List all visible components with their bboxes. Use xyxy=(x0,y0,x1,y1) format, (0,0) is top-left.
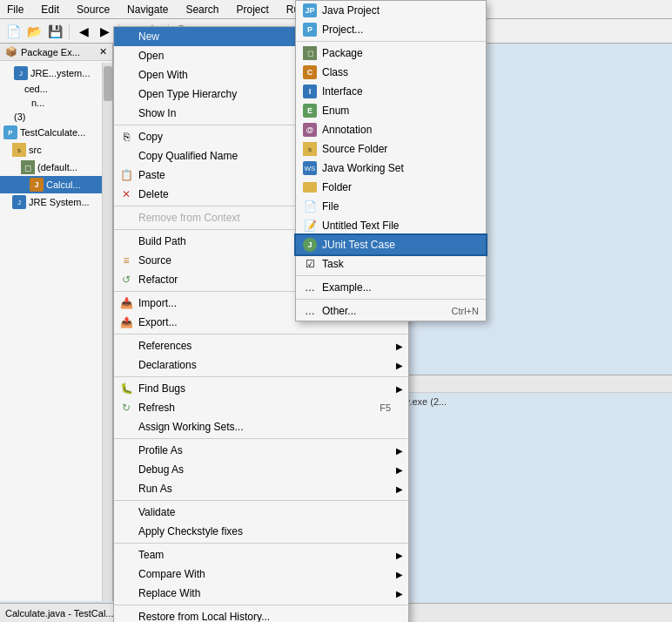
find-bugs-label: Find Bugs xyxy=(138,382,185,395)
submenu-new-project[interactable]: P Project... xyxy=(296,20,486,39)
folder-icon-new xyxy=(303,180,317,194)
example-label: Example... xyxy=(322,281,372,294)
tree-item-label: JRE System... xyxy=(29,197,90,207)
toolbar-new-btn[interactable]: 📄 xyxy=(3,22,23,41)
submenu-new-enum[interactable]: E Enum xyxy=(296,101,486,120)
submenu-new-package[interactable]: ◻ Package xyxy=(296,44,486,63)
package-icon-new: ◻ xyxy=(303,46,317,60)
submenu-new-source-folder[interactable]: s Source Folder xyxy=(296,139,486,159)
enum-icon: E xyxy=(303,104,317,118)
menu-navigate[interactable]: Navigate xyxy=(124,2,171,17)
submenu-new-folder[interactable]: Folder xyxy=(296,178,486,197)
remove-context-label: Remove from Context xyxy=(138,212,240,224)
other-label: Other... xyxy=(322,305,356,317)
context-menu-team[interactable]: Team xyxy=(114,545,408,565)
context-menu-checkstyle[interactable]: Apply Checkstyle fixes xyxy=(114,522,408,541)
assign-working-sets-label: Assign Working Sets... xyxy=(138,421,244,433)
tree-item-count[interactable]: (3) xyxy=(0,110,112,124)
refresh-shortcut: F5 xyxy=(353,402,391,413)
toolbar-back-btn[interactable]: ◀ xyxy=(74,22,93,41)
annotation-label: Annotation xyxy=(322,124,372,136)
jre-icon: J xyxy=(14,66,28,80)
tree-item-label: n... xyxy=(31,98,44,108)
package-explorer-header: 📦 Package Ex... ✕ xyxy=(0,44,112,61)
menu-project[interactable]: Project xyxy=(232,2,272,17)
tree-item-jre-system2[interactable]: J JRE System... xyxy=(0,193,112,211)
submenu-new-other[interactable]: … Other... Ctrl+N xyxy=(296,301,486,321)
submenu-new-java-working-set[interactable]: WS Java Working Set xyxy=(296,159,486,178)
tree-item-ced[interactable]: ced... xyxy=(0,82,112,96)
build-path-label: Build Path xyxy=(138,235,186,247)
toolbar-save-btn[interactable]: 💾 xyxy=(45,22,64,41)
submenu-sep3 xyxy=(296,299,486,300)
example-icon: … xyxy=(303,281,317,294)
refactor-label: Refactor xyxy=(138,274,178,286)
interface-label: Interface xyxy=(322,85,363,98)
context-menu-declarations[interactable]: Declarations xyxy=(114,355,408,375)
scrollbar-thumb[interactable] xyxy=(104,66,112,101)
toolbar-open-btn[interactable]: 📂 xyxy=(24,22,44,41)
tree-item-calcul[interactable]: J Calcul... xyxy=(0,176,112,193)
context-menu-assign-working-sets[interactable]: Assign Working Sets... xyxy=(114,417,408,436)
context-menu-references[interactable]: References xyxy=(114,336,408,355)
context-menu-run-as[interactable]: Run As xyxy=(114,479,408,498)
java-project-label: Java Project xyxy=(322,4,380,17)
folder-label: Folder xyxy=(322,181,352,193)
import-label: Import... xyxy=(138,297,177,309)
left-panel-scrollbar[interactable] xyxy=(102,63,112,601)
tree-item-src[interactable]: s src xyxy=(0,141,112,159)
project-label: Project... xyxy=(322,24,363,36)
submenu-new-interface[interactable]: I Interface xyxy=(296,82,486,101)
submenu-new-untitled-text-file[interactable]: 📝 Untitled Text File xyxy=(296,216,486,235)
tree-item-default-package[interactable]: ◻ (default... xyxy=(0,159,112,176)
show-in-label: Show In xyxy=(138,107,176,119)
context-menu-profile-as[interactable]: Profile As xyxy=(114,441,408,460)
profile-as-label: Profile As xyxy=(138,444,183,456)
tree-item-label: (3) xyxy=(14,112,25,122)
package-explorer-close[interactable]: ✕ xyxy=(99,46,107,57)
toolbar-forward-btn[interactable]: ▶ xyxy=(95,22,114,41)
context-menu-compare-with[interactable]: Compare With xyxy=(114,565,408,584)
java-file-icon: J xyxy=(30,178,44,192)
import-icon: 📥 xyxy=(119,296,133,310)
context-menu-replace-with[interactable]: Replace With xyxy=(114,584,408,603)
other-shortcut: Ctrl+N xyxy=(443,306,479,316)
delete-label: Delete xyxy=(138,188,169,200)
submenu-new-annotation[interactable]: @ Annotation xyxy=(296,120,486,139)
submenu-new-junit-test-case[interactable]: J JUnit Test Case xyxy=(296,235,486,254)
submenu-new-file[interactable]: 📄 File xyxy=(296,197,486,216)
tree-item-testcalculate[interactable]: P TestCalculate... xyxy=(0,124,112,141)
tree-item-label: TestCalculate... xyxy=(20,127,85,138)
file-label: File xyxy=(322,200,339,213)
copy-qualified-name-label: Copy Qualified Name xyxy=(138,150,238,162)
context-menu-new-label: New xyxy=(138,30,159,43)
context-menu-restore-local-history[interactable]: Restore from Local History... xyxy=(114,607,408,622)
copy-icon: ⎘ xyxy=(119,130,133,144)
context-menu-refresh[interactable]: ↻ Refresh F5 xyxy=(114,398,408,417)
tree-item-jre-system[interactable]: J JRE...ystem... xyxy=(0,64,112,82)
context-menu-validate[interactable]: Validate xyxy=(114,503,408,522)
menu-source[interactable]: Source xyxy=(73,2,113,17)
interface-icon: I xyxy=(303,85,317,98)
package-icon: ◻ xyxy=(21,160,35,174)
menu-search[interactable]: Search xyxy=(182,2,222,17)
tree-item-n[interactable]: n... xyxy=(0,96,112,110)
copy-label: Copy xyxy=(138,131,163,143)
source-icon: ≡ xyxy=(119,254,133,267)
context-menu-find-bugs[interactable]: 🐛 Find Bugs xyxy=(114,379,408,398)
submenu-new-example[interactable]: … Example... xyxy=(296,278,486,297)
class-label: Class xyxy=(322,66,348,78)
menu-file[interactable]: File xyxy=(3,2,27,17)
submenu-new-class[interactable]: C Class xyxy=(296,63,486,82)
submenu-new-task[interactable]: ☑ Task xyxy=(296,254,486,274)
package-label: Package xyxy=(322,47,363,59)
submenu-new-java-project[interactable]: JP Java Project xyxy=(296,1,486,20)
context-menu-debug-as[interactable]: Debug As xyxy=(114,460,408,479)
untitled-text-file-label: Untitled Text File xyxy=(322,220,399,232)
refresh-icon: ↻ xyxy=(119,401,133,415)
menu-edit[interactable]: Edit xyxy=(37,2,63,17)
tree-item-label: src xyxy=(29,145,42,155)
run-as-label: Run As xyxy=(138,483,172,495)
junit-icon: J xyxy=(303,238,317,252)
src-icon: s xyxy=(12,143,26,157)
